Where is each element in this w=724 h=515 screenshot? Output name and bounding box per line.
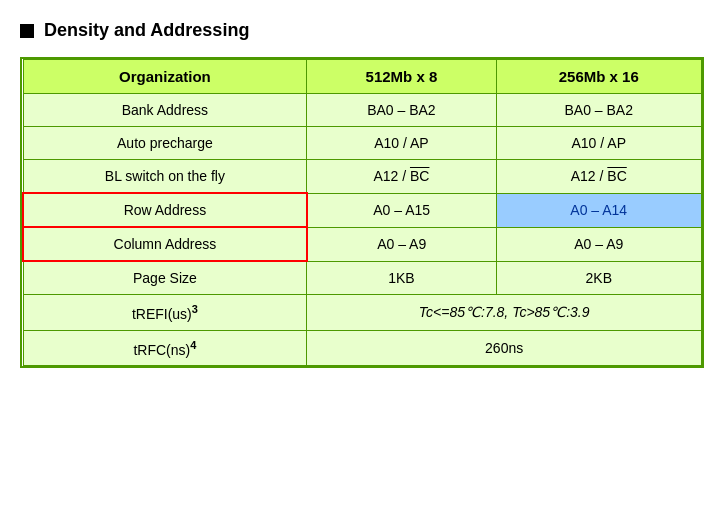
row-label-6: tREFI(us)3 [23,295,307,331]
row-col1-5: 1KB [307,261,496,295]
row-col1-1: A10 / AP [307,127,496,160]
row-col1-3: A0 – A15 [307,193,496,227]
density-table: Organization 512Mb x 8 256Mb x 16 Bank A… [22,59,702,366]
row-col1-2: A12 / BC [307,160,496,194]
row-col2-1: A10 / AP [496,127,702,160]
row-label-7: tRFC(ns)4 [23,330,307,366]
table-row: Column AddressA0 – A9A0 – A9 [23,227,702,261]
table-row: tRFC(ns)4260ns [23,330,702,366]
row-col1-6: Tc<=85℃:7.8, Tc>85℃:3.9 [307,295,702,331]
row-col2-0: BA0 – BA2 [496,94,702,127]
row-label-2: BL switch on the fly [23,160,307,194]
table-row: Page Size1KB2KB [23,261,702,295]
header-256mb: 256Mb x 16 [496,60,702,94]
bullet-icon [20,24,34,38]
table-row: BL switch on the flyA12 / BCA12 / BC [23,160,702,194]
row-label-3: Row Address [23,193,307,227]
table-header-row: Organization 512Mb x 8 256Mb x 16 [23,60,702,94]
row-col1-7: 260ns [307,330,702,366]
header-organization: Organization [23,60,307,94]
row-label-5: Page Size [23,261,307,295]
table-row: Auto prechargeA10 / APA10 / AP [23,127,702,160]
row-label-0: Bank Address [23,94,307,127]
header-512mb: 512Mb x 8 [307,60,496,94]
row-col2-3: A0 – A14 [496,193,702,227]
density-table-wrapper: Organization 512Mb x 8 256Mb x 16 Bank A… [20,57,704,368]
row-label-1: Auto precharge [23,127,307,160]
row-col1-4: A0 – A9 [307,227,496,261]
row-col1-0: BA0 – BA2 [307,94,496,127]
row-label-4: Column Address [23,227,307,261]
table-row: Row AddressA0 – A15A0 – A14 [23,193,702,227]
title-text: Density and Addressing [44,20,249,41]
row-col2-5: 2KB [496,261,702,295]
table-row: tREFI(us)3Tc<=85℃:7.8, Tc>85℃:3.9 [23,295,702,331]
table-row: Bank AddressBA0 – BA2BA0 – BA2 [23,94,702,127]
section-title: Density and Addressing [20,20,704,41]
row-col2-4: A0 – A9 [496,227,702,261]
row-col2-2: A12 / BC [496,160,702,194]
